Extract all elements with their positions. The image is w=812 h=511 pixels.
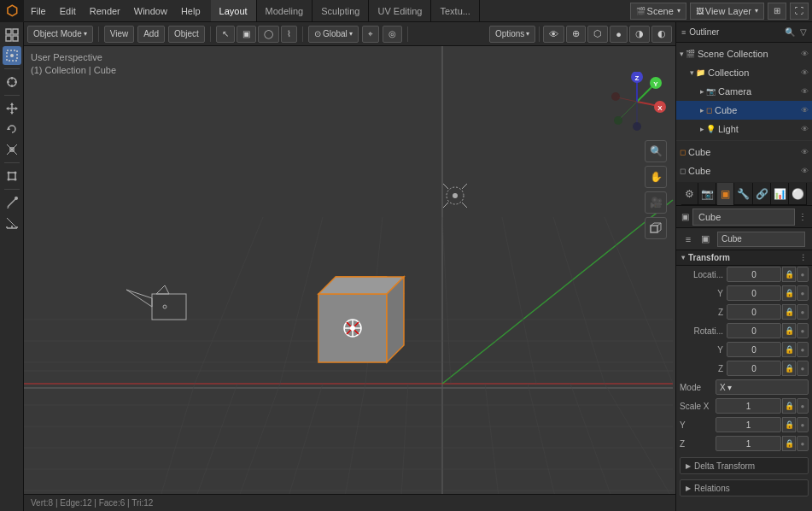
object-menu[interactable]: Object — [168, 26, 205, 43]
location-y-lock[interactable]: 🔒 — [782, 285, 796, 301]
tab-sculpting[interactable]: Sculpting — [313, 0, 369, 21]
pan-icon[interactable]: ✋ — [645, 166, 667, 188]
overlay-btn[interactable]: 👁 — [543, 26, 564, 43]
relations-btn[interactable]: ▶ Relations — [680, 479, 809, 496]
rotation-z-dot[interactable]: ● — [797, 361, 809, 376]
cube2-visibility[interactable]: 👁 — [801, 148, 809, 156]
object-mode-dropdown[interactable]: Object Mode ▾ — [27, 26, 93, 43]
prop-tab-render[interactable]: 📷 — [699, 183, 716, 205]
panel-object-name[interactable]: Cube — [692, 209, 795, 226]
outliner-filter[interactable]: ▽ — [800, 27, 807, 37]
location-z-dot[interactable]: ● — [797, 304, 809, 320]
rotation-x-lock[interactable]: 🔒 — [782, 323, 796, 338]
rotation-x-input[interactable]: 0 — [727, 323, 781, 338]
menu-window[interactable]: Window — [127, 0, 174, 21]
scale-y-dot[interactable]: ● — [797, 417, 809, 432]
scale-y-input[interactable]: 1 — [716, 417, 781, 432]
prop-tab-modifier[interactable]: 🔧 — [735, 183, 752, 205]
subpanel-icon-1[interactable]: ≡ — [680, 231, 697, 248]
scene-selector[interactable]: 🎬 Scene ▾ — [630, 3, 686, 20]
scale-tool[interactable] — [3, 140, 21, 159]
view-layer-selector[interactable]: 🖼 View Layer ▾ — [690, 3, 764, 20]
tab-modeling[interactable]: Modeling — [257, 0, 313, 21]
axis-gizmo[interactable]: X Y Z — [607, 72, 667, 132]
panel-options-icon[interactable]: ⋮ — [798, 212, 807, 221]
object-data-name[interactable]: Cube — [717, 232, 805, 247]
camera-visibility[interactable]: 👁 — [801, 87, 809, 96]
scale-x-lock[interactable]: 🔒 — [782, 398, 796, 414]
rotation-y-lock[interactable]: 🔒 — [782, 342, 796, 357]
outliner-search[interactable]: 🔍 — [785, 27, 795, 37]
scale-x-input[interactable]: 1 — [716, 398, 781, 414]
shading-solid[interactable]: ● — [610, 26, 628, 43]
select-box-tool[interactable] — [3, 46, 21, 65]
shading-rendered[interactable]: ◐ — [651, 26, 672, 43]
rotation-z-input[interactable]: 0 — [727, 361, 781, 376]
transform-pivot[interactable]: ⊙ Global ▾ — [308, 26, 359, 43]
outliner-scene-collection[interactable]: ▾ 🎬 Scene Collection 👁 — [676, 44, 812, 63]
proportional-edit[interactable]: ◎ — [383, 26, 402, 43]
snap-toggle[interactable]: ⌖ — [362, 26, 379, 43]
transform-options[interactable]: ⋮ — [799, 254, 807, 262]
scale-z-lock[interactable]: 🔒 — [782, 436, 796, 451]
tab-uv-editing[interactable]: UV Editing — [369, 0, 431, 21]
camera-view-icon[interactable]: 🎥 — [645, 191, 667, 214]
shading-wire[interactable]: ⬡ — [587, 26, 608, 43]
zoom-in-icon[interactable]: 🔍 — [645, 140, 667, 162]
select-circle-btn[interactable]: ◯ — [258, 26, 279, 43]
shading-material[interactable]: ◑ — [629, 26, 650, 43]
new-window-btn[interactable]: ⊞ — [768, 3, 786, 20]
menu-render[interactable]: Render — [83, 0, 127, 21]
outliner-light[interactable]: ▸ 💡 Light 👁 — [676, 120, 812, 138]
rotation-mode-select[interactable]: X ▾ — [716, 379, 809, 395]
rotation-y-dot[interactable]: ● — [797, 342, 809, 357]
visibility-eye[interactable]: 👁 — [801, 50, 809, 58]
location-y-dot[interactable]: ● — [797, 285, 809, 301]
menu-help[interactable]: Help — [174, 0, 207, 21]
rotation-z-lock[interactable]: 🔒 — [782, 361, 796, 376]
prop-tab-scene[interactable]: ⚙ — [681, 183, 698, 205]
viewport-3d[interactable]: User Perspective (1) Collection | Cube X… — [24, 46, 675, 511]
tab-texture-paint[interactable]: Textu... — [431, 0, 479, 21]
cube-visibility[interactable]: 👁 — [801, 106, 809, 115]
location-y-input[interactable]: 0 — [727, 285, 781, 301]
tab-layout[interactable]: Layout — [211, 0, 257, 21]
prop-tab-material[interactable]: ⚪ — [790, 183, 807, 205]
move-tool[interactable] — [3, 99, 21, 118]
cube3-visibility[interactable]: 👁 — [801, 167, 809, 175]
rotation-y-input[interactable]: 0 — [727, 342, 781, 357]
prop-tab-constraints[interactable]: 🔗 — [754, 183, 771, 205]
viewport-canvas[interactable]: User Perspective (1) Collection | Cube X… — [24, 46, 675, 511]
measure-tool[interactable] — [3, 214, 21, 232]
collection-visibility[interactable]: 👁 — [801, 68, 809, 77]
rotate-tool[interactable] — [3, 120, 21, 138]
annotate-tool[interactable] — [3, 193, 21, 212]
gizmo-btn[interactable]: ⊕ — [566, 26, 586, 43]
outliner-cube-3[interactable]: ◻ Cube 👁 — [676, 162, 812, 180]
view-menu[interactable]: View — [104, 26, 135, 43]
delta-transform-btn[interactable]: ▶ Delta Transform — [680, 457, 809, 474]
outliner-collection[interactable]: ▾ 📁 Collection 👁 — [676, 63, 812, 82]
scale-x-dot[interactable]: ● — [797, 398, 809, 414]
transform-section-title[interactable]: ▾ Transform ⋮ — [676, 250, 812, 266]
cursor-tool[interactable] — [3, 73, 21, 91]
rotation-x-dot[interactable]: ● — [797, 323, 809, 338]
menu-file[interactable]: File — [24, 0, 53, 21]
prop-tab-object[interactable]: ▣ — [717, 183, 734, 205]
location-x-input[interactable]: 0 — [727, 267, 781, 282]
outliner-camera[interactable]: ▸ 📷 Camera 👁 — [676, 82, 812, 101]
scale-z-input[interactable]: 1 — [716, 436, 781, 451]
scale-z-dot[interactable]: ● — [797, 436, 809, 451]
transform-tool[interactable] — [3, 167, 21, 185]
add-menu[interactable]: Add — [137, 26, 165, 43]
location-z-lock[interactable]: 🔒 — [782, 304, 796, 320]
location-z-input[interactable]: 0 — [727, 304, 781, 320]
subpanel-icon-2[interactable]: ▣ — [697, 231, 714, 248]
fullscreen-btn[interactable]: ⛶ — [790, 3, 809, 20]
outliner-cube[interactable]: ▸ ◻ Cube 👁 — [676, 101, 812, 120]
orthographic-icon[interactable] — [645, 217, 667, 239]
location-x-lock[interactable]: 🔒 — [782, 267, 796, 282]
prop-tab-data[interactable]: 📊 — [772, 183, 789, 205]
location-x-dot[interactable]: ● — [797, 267, 809, 282]
select-box-btn[interactable]: ▣ — [237, 26, 256, 43]
